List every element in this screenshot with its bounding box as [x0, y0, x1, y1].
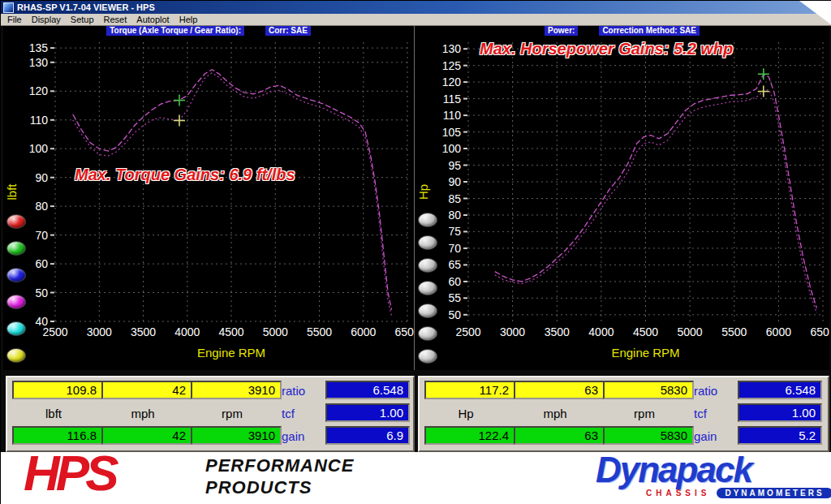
torque-gains-annotation: Max. Torque Gains: 6.9 ft/lbs: [75, 166, 295, 184]
tcf-label: tcf: [694, 407, 707, 420]
svg-text:70: 70: [35, 229, 48, 242]
gain-label: gain: [282, 429, 304, 443]
dynapack-logo: Dynapack CHASSIS DYNAMOMETERS: [596, 453, 823, 498]
menu-autoplot[interactable]: Autoplot: [131, 15, 174, 24]
svg-text:110: 110: [443, 109, 462, 122]
menu-bar: File Display Setup Reset Autoplot Help: [1, 14, 831, 26]
svg-text:120: 120: [29, 84, 49, 97]
dyno-viewer-window: RHAS-SP V1.7-04 VIEWER - HPS File Displa…: [0, 0, 831, 504]
plot-color-button[interactable]: [6, 241, 26, 256]
svg-text:115: 115: [443, 93, 462, 106]
dynapack-wordmark: Dynapack: [596, 453, 823, 487]
svg-text:4500: 4500: [633, 325, 658, 338]
svg-text:4000: 4000: [174, 325, 200, 338]
svg-text:5000: 5000: [263, 325, 288, 338]
dynamometers-badge: DYNAMOMETERS: [717, 488, 831, 498]
power-modified-mph: 63: [514, 426, 605, 445]
svg-text:55: 55: [448, 291, 461, 304]
power-chart-header: Power: Correction Method: SAE: [415, 26, 829, 36]
ratio-label: ratio: [694, 384, 717, 398]
svg-text:130: 130: [442, 42, 462, 55]
hps-logo-text: PERFORMANCE PRODUCTS: [205, 454, 354, 498]
svg-text:5000: 5000: [678, 325, 703, 338]
plot-color-button[interactable]: [418, 349, 437, 364]
chassis-text: CHASSIS: [646, 489, 710, 498]
svg-text:70: 70: [448, 242, 461, 255]
menu-help[interactable]: Help: [174, 15, 203, 24]
power-header-correction: Correction Method: SAE: [599, 26, 700, 36]
svg-text:5500: 5500: [307, 325, 332, 338]
torque-chart-panel: Torque (Axle Torque / Gear Ratio): Corr:…: [3, 26, 415, 370]
svg-text:5500: 5500: [721, 325, 747, 338]
svg-text:125: 125: [442, 59, 462, 72]
svg-text:105: 105: [442, 126, 462, 139]
power-tcf-value: 1.00: [738, 403, 822, 422]
menu-display[interactable]: Display: [27, 15, 66, 24]
svg-text:110: 110: [30, 114, 49, 127]
menu-reset[interactable]: Reset: [99, 15, 132, 24]
svg-text:50: 50: [448, 308, 461, 321]
power-modified-rpm: 5830: [603, 426, 694, 445]
title-bar[interactable]: RHAS-SP V1.7-04 VIEWER - HPS: [1, 1, 831, 14]
torque-chart[interactable]: 1351301201101009080706050402500300035004…: [28, 36, 414, 370]
mph-unit-label: mph: [510, 407, 600, 420]
power-header-title: Power:: [545, 26, 578, 36]
menu-file[interactable]: File: [2, 15, 27, 24]
plot-color-button[interactable]: [418, 326, 437, 341]
svg-text:65: 65: [448, 258, 461, 271]
plot-color-button[interactable]: [418, 235, 437, 250]
rpm-unit-label: rpm: [600, 407, 689, 420]
app-icon: [3, 2, 14, 13]
svg-text:3000: 3000: [500, 325, 525, 338]
svg-text:6500: 6500: [394, 325, 414, 338]
torque-tcf-value: 1.00: [325, 403, 410, 422]
gain-label: gain: [694, 429, 717, 443]
power-modified-value: 122.4: [424, 426, 515, 445]
hps-products-text: PRODUCTS: [205, 476, 354, 498]
hps-logo: HPS: [24, 447, 114, 499]
power-ratio-value: 6.548: [738, 381, 822, 399]
plot-color-button[interactable]: [6, 268, 26, 282]
torque-y-axis-label: lbft: [5, 174, 19, 210]
torque-baseline-rpm: 3910: [191, 381, 282, 399]
svg-text:Engine RPM: Engine RPM: [197, 346, 265, 360]
plot-color-button[interactable]: [6, 295, 26, 309]
svg-text:90: 90: [448, 175, 461, 188]
svg-text:60: 60: [35, 257, 48, 270]
plot-color-button[interactable]: [418, 304, 437, 318]
torque-readout-panel: 109.8 42 3910 lbft mph rpm 116.8 42 3910…: [6, 376, 415, 452]
svg-text:80: 80: [35, 200, 48, 213]
svg-text:135: 135: [29, 41, 49, 54]
svg-text:6000: 6000: [351, 325, 376, 338]
power-chart-panel: Power: Correction Method: SAE Hp 1301251…: [415, 26, 829, 370]
plot-color-button[interactable]: [418, 258, 437, 273]
torque-baseline-mph: 42: [101, 381, 192, 399]
svg-text:100: 100: [442, 142, 462, 155]
torque-gain-value: 6.9: [325, 426, 410, 445]
footer-logo-strip: HPS PERFORMANCE PRODUCTS Dynapack CHASSI…: [1, 452, 831, 504]
svg-text:2500: 2500: [455, 325, 480, 338]
power-chart[interactable]: 1301251201151101051009590858075706560555…: [441, 36, 829, 370]
svg-text:2500: 2500: [42, 325, 67, 338]
plot-color-button[interactable]: [6, 321, 26, 336]
plot-color-button[interactable]: [6, 214, 26, 229]
torque-modified-mph: 42: [101, 426, 192, 445]
svg-text:3500: 3500: [131, 325, 156, 338]
svg-text:130: 130: [29, 56, 49, 69]
svg-text:120: 120: [442, 75, 462, 88]
power-baseline-rpm: 5830: [603, 381, 694, 399]
plot-color-button[interactable]: [418, 281, 437, 295]
svg-text:60: 60: [448, 275, 461, 288]
plot-color-button[interactable]: [6, 348, 26, 363]
plot-color-button[interactable]: [418, 213, 437, 227]
menu-setup[interactable]: Setup: [66, 15, 99, 24]
svg-text:Engine RPM: Engine RPM: [611, 346, 679, 360]
power-baseline-value: 117.2: [424, 381, 515, 399]
hp-unit-label: Hp: [421, 407, 510, 420]
torque-baseline-value: 109.8: [12, 381, 103, 399]
torque-trace-color-buttons: [6, 214, 26, 363]
power-gains-annotation: Max. Horsepower Gains: 5.2 whp: [480, 40, 733, 58]
svg-text:85: 85: [448, 192, 461, 205]
tcf-label: tcf: [282, 407, 295, 420]
torque-ratio-value: 6.548: [325, 381, 410, 399]
